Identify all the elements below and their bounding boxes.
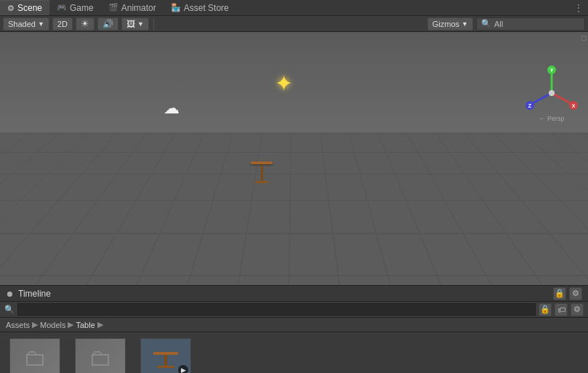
asset-store-tab-icon: 🏪 xyxy=(171,3,181,12)
svg-text:Y: Y xyxy=(550,68,554,73)
game-tab-icon: 🎮 xyxy=(57,3,67,12)
asset-search-input[interactable] xyxy=(17,303,536,316)
asset-item-table[interactable]: ▶ Table xyxy=(137,338,195,373)
2d-button[interactable]: 2D xyxy=(52,17,73,31)
tab-game[interactable]: 🎮 Game xyxy=(49,0,101,15)
asset-lock-btn[interactable]: 🔒 xyxy=(539,303,552,316)
table-object xyxy=(251,161,273,190)
shaded-label: Shaded xyxy=(8,20,36,28)
animator-tab-label: Animator xyxy=(121,3,156,13)
audio-button[interactable]: 🔊 xyxy=(97,17,118,31)
gizmos-label: Gizmos xyxy=(432,20,459,28)
svg-point-9 xyxy=(549,90,555,96)
asset-item-textures[interactable]: 🗀 Textures xyxy=(71,338,129,373)
asset-toolbar: 🔍 🔒 🏷 ⚙ xyxy=(0,302,588,318)
effects-icon: 🖼 xyxy=(126,19,135,29)
svg-rect-13 xyxy=(157,366,174,368)
animator-tab-icon: 🎬 xyxy=(108,3,118,12)
shaded-dropdown[interactable]: Shaded ▼ xyxy=(3,17,49,31)
svg-text:Z: Z xyxy=(528,103,532,108)
shaded-chevron-icon: ▼ xyxy=(38,20,44,28)
gizmo-widget[interactable]: Y X Z ← Persp xyxy=(523,64,581,129)
breadcrumb-arrow-1: ▶ xyxy=(32,320,38,329)
scene-tab-label: Scene xyxy=(17,3,42,13)
2d-label: 2D xyxy=(57,20,68,28)
game-tab-label: Game xyxy=(70,3,94,13)
toolbar-separator xyxy=(153,18,154,30)
breadcrumb-models[interactable]: Models xyxy=(40,321,65,329)
materials-folder-icon: 🗀 xyxy=(23,345,47,372)
breadcrumb-arrow-2: ▶ xyxy=(68,320,73,329)
timeline-lock-icon[interactable]: 🔒 xyxy=(553,287,566,300)
asset-browser: 🔍 🔒 🏷 ⚙ Assets ▶ Models ▶ Table ▶ 🗀 Mate… xyxy=(0,302,588,373)
timeline-label: Timeline xyxy=(18,289,51,299)
asset-search-icon: 🔍 xyxy=(4,305,15,314)
scene-tab-icon: ⚙ xyxy=(7,4,15,13)
timeline-icon: ⏺ xyxy=(6,289,14,298)
textures-thumb: 🗀 xyxy=(75,338,126,373)
svg-text:← Persp: ← Persp xyxy=(539,115,564,122)
tab-scene[interactable]: ⚙ Scene xyxy=(0,0,49,15)
asset-item-materials[interactable]: 🗀 Materials xyxy=(6,338,64,373)
breadcrumb-table[interactable]: Table xyxy=(76,321,94,329)
table-top xyxy=(251,161,273,164)
breadcrumb: Assets ▶ Models ▶ Table ▶ xyxy=(0,318,588,332)
audio-icon: 🔊 xyxy=(102,19,113,29)
svg-rect-11 xyxy=(153,352,178,355)
gizmos-chevron-icon: ▼ xyxy=(462,20,468,28)
scene-viewport[interactable]: ✦ ☁ Y X Z ← Persp ◻ xyxy=(0,32,588,285)
asset-store-tab-label: Asset Store xyxy=(184,3,229,13)
effects-chevron-icon: ▼ xyxy=(137,20,144,28)
svg-line-3 xyxy=(552,93,572,104)
tab-asset-store[interactable]: 🏪 Asset Store xyxy=(164,0,236,15)
scene-search-bar[interactable]: 🔍 All xyxy=(476,17,585,31)
breadcrumb-assets[interactable]: Assets xyxy=(6,321,30,329)
breadcrumb-arrow-3: ▶ xyxy=(97,320,103,329)
scene-corner-icon: ◻ xyxy=(581,33,587,41)
play-badge-icon: ▶ xyxy=(178,365,188,373)
sun-icon: ✦ xyxy=(275,71,297,92)
lighting-button[interactable]: ☀ xyxy=(76,17,94,31)
svg-line-6 xyxy=(531,93,552,104)
effects-button[interactable]: 🖼 ▼ xyxy=(121,17,149,31)
search-icon: 🔍 xyxy=(481,19,491,28)
top-tabs: ⚙ Scene 🎮 Game 🎬 Animator 🏪 Asset Store … xyxy=(0,0,588,16)
textures-folder-icon: 🗀 xyxy=(89,345,112,372)
materials-thumb: 🗀 xyxy=(9,338,60,373)
asset-tag-btn[interactable]: 🏷 xyxy=(555,303,568,316)
tab-animator[interactable]: 🎬 Animator xyxy=(101,0,164,15)
table-thumb: ▶ xyxy=(140,338,191,373)
cloud-icon: ☁ xyxy=(164,99,180,118)
bottom-panel: ⏺ Timeline 🔒 ⚙ 🔍 🔒 🏷 ⚙ Assets ▶ Models ▶… xyxy=(0,285,588,373)
panel-close-icon[interactable]: ⋮ xyxy=(573,2,588,14)
timeline-header: ⏺ Timeline 🔒 ⚙ xyxy=(0,286,588,302)
table-base xyxy=(255,181,268,183)
lighting-icon: ☀ xyxy=(81,18,89,29)
table-leg xyxy=(261,165,263,181)
search-all-label: All xyxy=(494,20,503,28)
scene-toolbar: Shaded ▼ 2D ☀ 🔊 🖼 ▼ Gizmos ▼ 🔍 All xyxy=(0,16,588,32)
asset-items: 🗀 Materials 🗀 Textures xyxy=(0,332,588,373)
gizmos-dropdown[interactable]: Gizmos ▼ xyxy=(427,17,473,31)
svg-text:X: X xyxy=(572,103,576,108)
grid-overlay xyxy=(0,134,588,285)
asset-settings-btn[interactable]: ⚙ xyxy=(571,303,584,316)
timeline-settings-icon[interactable]: ⚙ xyxy=(569,287,582,300)
